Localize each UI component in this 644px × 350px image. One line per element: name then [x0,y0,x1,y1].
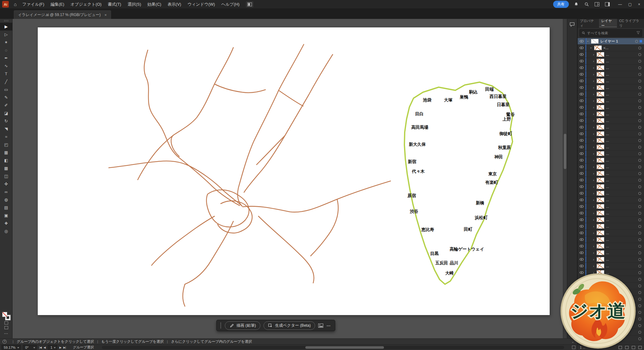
station-label[interactable]: 田端 [485,87,494,92]
layer-row[interactable]: ... [578,256,644,263]
expand-chevron-icon[interactable] [591,218,596,222]
expand-chevron-icon[interactable] [586,39,590,43]
expand-chevron-icon[interactable] [591,53,596,56]
station-label[interactable]: 高輪ゲートウェイ [450,246,484,252]
layer-thumbnail[interactable] [597,111,604,116]
station-label[interactable]: 大塚 [444,97,452,103]
illustrator-logo-icon[interactable]: Ai [2,1,9,8]
station-label[interactable]: 浜松町 [475,215,488,221]
visibility-toggle[interactable] [578,197,586,203]
tool-button[interactable]: ▣ [0,212,13,219]
layer-thumbnail[interactable] [597,217,604,222]
expand-chevron-icon[interactable] [591,211,596,215]
vertical-scroll-thumb[interactable] [564,134,566,169]
target-circle-icon[interactable] [638,159,641,162]
layer-name[interactable]: ... [606,99,638,103]
target-circle-icon[interactable] [638,337,641,340]
layer-thumbnail[interactable] [597,59,604,64]
visibility-toggle[interactable] [578,111,586,117]
tool-button[interactable]: ◪ [0,109,13,117]
layer-thumbnail[interactable] [597,197,604,202]
station-label[interactable]: 神田 [494,154,503,160]
layer-name[interactable]: ... [606,165,638,169]
tool-button[interactable]: ▦ [0,149,13,156]
layer-row[interactable]: ... [578,144,644,150]
station-label[interactable]: 東京 [488,171,497,177]
station-label[interactable]: 巣鴨 [460,94,468,100]
visibility-toggle[interactable] [578,217,586,223]
expand-chevron-icon[interactable] [591,79,596,83]
target-circle-icon[interactable] [638,232,641,234]
tool-button[interactable]: ◍ [0,196,13,204]
layer-row[interactable]: ... [578,164,644,170]
image-reference-icon[interactable] [318,323,323,328]
visibility-toggle[interactable] [578,164,586,170]
layer-row[interactable]: ... [578,111,644,117]
tool-button[interactable]: T [0,70,13,78]
target-circle-icon[interactable] [638,298,641,301]
layer-row[interactable]: ... [578,98,644,104]
expand-chevron-icon[interactable] [591,224,596,228]
layer-thumbnail[interactable] [597,178,604,183]
layer-row[interactable]: ... [578,230,644,236]
layer-row[interactable]: ... [578,65,644,71]
layer-row[interactable]: ... [578,177,644,183]
expand-chevron-icon[interactable] [591,72,596,76]
layer-row[interactable]: ... [578,131,644,137]
station-label[interactable]: 有楽町 [485,180,498,185]
layer-row[interactable]: ... [578,217,644,223]
menu-item[interactable]: ファイル(F) [19,0,47,9]
visibility-toggle[interactable] [578,250,586,256]
panel-tab[interactable]: プロパティ [578,19,599,27]
visibility-toggle[interactable] [578,256,586,262]
expand-chevron-icon[interactable] [591,257,596,261]
visibility-toggle[interactable] [578,137,586,144]
layer-name[interactable]: ... [606,218,638,222]
target-circle-icon[interactable] [638,218,641,221]
station-label[interactable]: 恵比寿 [421,227,434,233]
station-label[interactable]: 新宿 [408,159,416,165]
target-circle-icon[interactable] [638,271,641,274]
station-label[interactable]: 代々木 [412,169,425,174]
target-circle-icon[interactable] [638,80,641,82]
visibility-toggle[interactable] [578,177,586,183]
layer-row[interactable]: ... [578,223,644,230]
station-label[interactable]: 御徒町 [499,131,512,137]
target-circle-icon[interactable] [638,251,641,254]
tool-button[interactable]: ≈ [0,133,13,141]
expand-chevron-icon[interactable] [591,191,596,195]
menu-item[interactable]: 表示(V) [164,0,184,9]
station-label[interactable]: 上野 [502,116,511,122]
panel-tab[interactable]: CC ライブラリ [617,19,644,27]
station-label[interactable]: 渋谷 [410,209,418,214]
layer-name[interactable]: ... [606,125,638,129]
expand-chevron-icon[interactable] [591,185,596,189]
visibility-toggle[interactable] [578,51,586,58]
tool-button[interactable]: ✜ [0,180,13,188]
station-label[interactable]: 五反田 [435,260,448,266]
target-circle-icon[interactable] [638,113,641,116]
layer-name[interactable]: ... [606,185,638,189]
target-circle-icon[interactable] [638,152,641,155]
layer-name[interactable]: ... [606,86,638,89]
visibility-toggle[interactable] [578,223,586,229]
layer-row[interactable]: ... [578,117,644,124]
layer-name[interactable]: ... [606,105,638,109]
toolbar-more-icon[interactable]: ⋯ [4,331,8,336]
expand-chevron-icon[interactable] [591,92,596,96]
layer-name[interactable]: ... [606,66,638,70]
visibility-toggle[interactable] [578,84,586,91]
layer-thumbnail[interactable] [597,171,604,176]
close-button[interactable]: × [638,2,640,7]
layer-thumbnail[interactable] [597,244,604,249]
layer-row[interactable]: ... [578,263,644,269]
layer-row[interactable]: ... [578,78,644,84]
visibility-toggle[interactable] [578,144,586,150]
target-circle-icon[interactable] [638,166,641,168]
layer-row[interactable]: ... [578,84,644,91]
layer-row[interactable]: ... [578,51,644,58]
delete-layer-icon[interactable] [638,346,642,349]
tool-button[interactable]: ╱ [0,78,13,86]
expand-chevron-icon[interactable] [591,238,596,241]
layer-name[interactable]: ... [606,251,638,255]
